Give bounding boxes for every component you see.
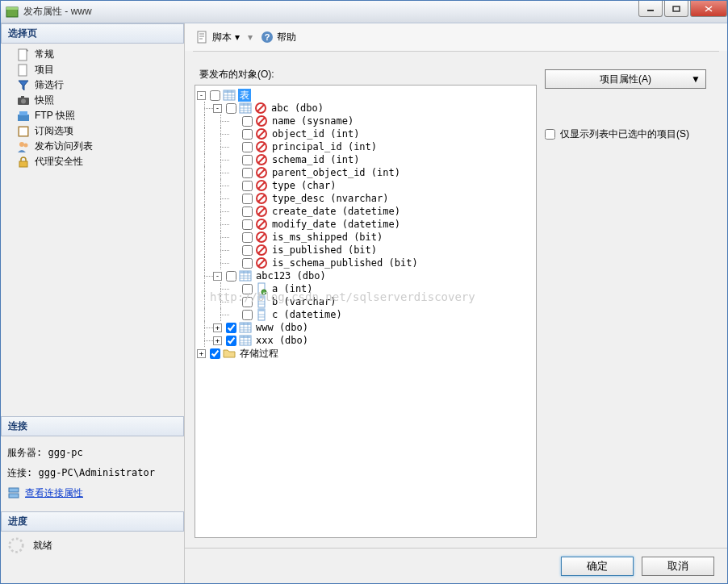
tree-column[interactable]: is_published (bit) [270,244,379,257]
expand-toggle[interactable]: + [213,336,222,345]
ok-button[interactable]: 确定 [561,557,634,576]
svg-rect-16 [9,488,19,492]
svg-point-7 [21,98,26,103]
script-icon [196,31,209,44]
svg-rect-5 [19,65,27,76]
script-button[interactable]: 脚本 ▾ [193,29,243,46]
chevron-down-icon: ▼ [691,73,701,85]
tree-column[interactable]: parent_object_id (int) [270,166,402,179]
tree-checkbox[interactable] [242,181,253,191]
progress-header: 进度 [1,511,184,532]
tree-root-tables[interactable]: 表 [238,89,251,102]
tree-checkbox[interactable] [242,258,253,269]
nav-ftp-snapshot[interactable]: FTP 快照 [2,108,182,123]
tree-column[interactable]: a (int) [270,282,315,295]
page-icon [17,64,30,77]
tree-checkbox[interactable] [226,323,236,333]
tree-column[interactable]: create_date (datetime) [270,205,402,218]
connection-header: 连接 [1,416,184,436]
tree-checkbox[interactable] [242,168,253,178]
nav-general[interactable]: 常规 [2,47,182,62]
svg-rect-19 [198,31,206,43]
tree-checkbox[interactable] [242,155,253,165]
chevron-down-icon: ▾ [235,31,240,43]
tree-checkbox[interactable] [210,90,220,101]
server-icon [7,486,20,499]
nav-agent-security[interactable]: 代理安全性 [2,154,182,169]
tree-checkbox[interactable] [226,336,236,346]
tree-stored-procedures[interactable]: 存储过程 [238,347,280,360]
tree-checkbox[interactable] [242,297,253,307]
svg-rect-1 [6,7,18,10]
maximize-button[interactable] [664,1,688,17]
svg-rect-15 [19,161,27,167]
show-only-checked-row[interactable]: 仅显示列表中已选中的项目(S) [545,127,718,141]
view-connection-properties-link[interactable]: 查看连接属性 [7,486,83,500]
tree-column[interactable]: schema_id (int) [270,153,361,166]
tree-table[interactable]: xxx (dbo) [254,334,310,347]
tree-checkbox[interactable] [242,219,253,230]
tree-column[interactable]: modify_date (datetime) [270,218,402,231]
svg-rect-45 [258,296,265,298]
close-button[interactable] [690,1,727,17]
svg-point-13 [19,142,24,147]
svg-rect-4 [19,49,27,60]
tree-checkbox[interactable] [226,271,236,282]
objects-tree[interactable]: -表-abc (dbo)name (sysname)object_id (int… [195,85,537,538]
tree-checkbox[interactable] [242,310,253,320]
tree-column[interactable]: type (char) [270,179,337,192]
svg-rect-8 [21,96,24,98]
tree-column[interactable]: object_id (int) [270,127,361,140]
tree-checkbox[interactable] [242,284,253,294]
tree-column[interactable]: is_ms_shipped (bit) [270,231,384,244]
tree-column[interactable]: principal_id (int) [270,140,379,153]
titlebar: 发布属性 - www [1,1,727,23]
tree-checkbox[interactable] [242,194,253,204]
tree-checkbox[interactable] [242,129,253,140]
tree-column[interactable]: c (datetime) [270,308,344,321]
svg-rect-25 [240,103,251,106]
tree-column[interactable]: name (sysname) [270,115,355,127]
tree-checkbox[interactable] [242,116,253,127]
help-button[interactable]: ? 帮助 [257,29,299,46]
minimize-button[interactable] [638,1,663,17]
toolbar: 脚本 ▾ ▾ ? 帮助 [185,23,727,51]
nav-snapshot[interactable]: 快照 [2,93,182,108]
svg-rect-47 [258,309,265,311]
tree-checkbox[interactable] [242,232,253,243]
tree-checkbox[interactable] [242,245,253,256]
tree-table[interactable]: abc (dbo) [270,102,325,115]
book-icon [17,125,30,138]
nav-subscription-options[interactable]: 订阅选项 [2,123,182,139]
article-properties-button[interactable]: 项目属性(A) ▼ [545,69,706,89]
svg-rect-3 [673,6,680,11]
filter-icon [17,79,30,92]
tree-column[interactable]: b (varchar) [270,295,337,308]
tree-column[interactable]: type_desc (nvarchar) [270,192,391,205]
svg-rect-51 [240,336,251,338]
tree-table[interactable]: abc123 (dbo) [254,269,328,282]
svg-rect-9 [18,115,29,121]
expand-toggle[interactable]: + [197,349,206,358]
tree-column[interactable]: is_schema_published (bit) [270,257,420,269]
nav-publication-access-list[interactable]: 发布访问列表 [2,139,182,154]
expand-toggle[interactable]: - [213,104,222,113]
select-page-header: 选择页 [1,23,184,44]
sidebar: 选择页 常规 项目 筛选行 快照 FTP 快照 订阅选项 发布访问列表 代理安全… [1,23,185,583]
expand-toggle[interactable]: + [213,323,222,332]
tree-table[interactable]: www (dbo) [254,321,310,334]
spinner-icon [7,536,25,554]
tree-checkbox[interactable] [226,103,236,114]
expand-toggle[interactable]: - [213,272,222,281]
nav-articles[interactable]: 项目 [2,62,182,77]
show-only-checked-label: 仅显示列表中已选中的项目(S) [560,127,689,141]
nav-filter-rows[interactable]: 筛选行 [2,77,182,93]
tree-checkbox[interactable] [242,142,253,152]
cancel-button[interactable]: 取消 [642,557,714,576]
show-only-checked-checkbox[interactable] [545,129,555,140]
tree-checkbox[interactable] [242,206,253,217]
svg-text:★: ★ [262,290,266,295]
expand-toggle[interactable]: - [197,91,206,100]
svg-rect-2 [647,10,654,11]
tree-checkbox[interactable] [210,348,220,359]
